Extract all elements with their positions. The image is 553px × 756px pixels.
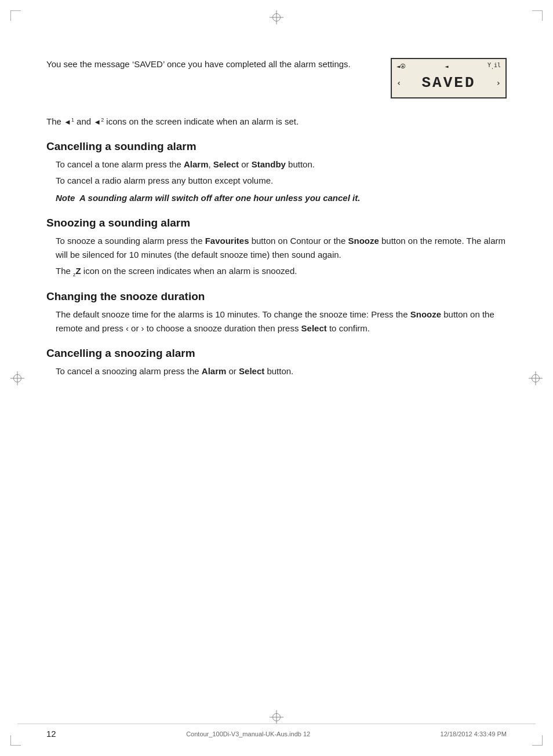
bottom-rule [17, 724, 536, 724]
speaker-icon: ◄ [445, 63, 448, 70]
display-saved-text: SAVED [401, 74, 496, 92]
footer-timestamp: 12/18/2012 4:33:49 PM [441, 731, 507, 737]
alarm-indicator-the: The [46, 116, 64, 126]
crosshair-bottom [270, 710, 283, 724]
note-cancelling-sounding: Note A sounding alarm will switch off af… [56, 191, 507, 205]
para-snooze-main: To snooze a sounding alarm press the Fav… [56, 234, 507, 262]
main-content: You see the message ‘SAVED’ once you hav… [46, 58, 507, 382]
para-change-snooze: The default snooze time for the alarms i… [56, 308, 507, 335]
body-cancelling-snoozing: To cancel a snoozing alarm press the Ala… [56, 364, 507, 378]
crosshair-top [270, 10, 283, 24]
footer-filename: Contour_100Di-V3_manual-UK-Aus.indb 12 [186, 731, 310, 737]
alarm-indicator-line: The ◄1 and ◄2 icons on the screen indica… [46, 115, 507, 129]
body-changing-snooze: The default snooze time for the alarms i… [56, 308, 507, 335]
body-snoozing-sounding: To snooze a sounding alarm press the Fav… [56, 234, 507, 279]
footer: 12 Contour_100Di-V3_manual-UK-Aus.indb 1… [0, 729, 553, 739]
body-cancelling-sounding: To cancel a tone alarm press the Alarm, … [56, 158, 507, 188]
para-snooze-icon: The zZ icon on the screen indicates when… [56, 264, 507, 279]
corner-mark-tr [532, 10, 543, 21]
display-main-row: ‹ SAVED › [396, 71, 501, 95]
section-snoozing-sounding: Snoozing a sounding alarm To snooze a so… [46, 217, 507, 279]
signal-icon: Y.il [487, 62, 501, 70]
para-cancel-tone: To cancel a tone alarm press the Alarm, … [56, 158, 507, 171]
volume-icon: ◄⦿ [396, 63, 406, 70]
display-arrow-right: › [496, 78, 501, 87]
intro-text: You see the message ‘SAVED’ once you hav… [46, 58, 373, 71]
alarm-indicator-rest: icons on the screen indicate when an ala… [106, 116, 299, 126]
display-icons-row: ◄⦿ ◄ Y.il [396, 61, 501, 71]
display-arrow-left: ‹ [396, 78, 401, 87]
corner-mark-tl [10, 10, 21, 21]
lcd-display: ◄⦿ ◄ Y.il ‹ SAVED › [391, 58, 507, 98]
crosshair-left [10, 371, 24, 385]
heading-snoozing-sounding: Snoozing a sounding alarm [46, 217, 507, 229]
para-cancel-radio: To cancel a radio alarm press any button… [56, 174, 507, 188]
section-cancelling-snoozing: Cancelling a snoozing alarm To cancel a … [46, 347, 507, 378]
alarm-indicator-and: and [77, 116, 93, 126]
heading-cancelling-sounding: Cancelling a sounding alarm [46, 140, 507, 153]
alarm-icon-2: ◄2 [93, 118, 104, 126]
section-cancelling-sounding: Cancelling a sounding alarm To cancel a … [46, 140, 507, 205]
page-number: 12 [46, 729, 56, 739]
intro-section: You see the message ‘SAVED’ once you hav… [46, 58, 507, 98]
alarm-icon-1: ◄1 [64, 118, 74, 126]
para-cancel-snoozing: To cancel a snoozing alarm press the Ala… [56, 364, 507, 378]
section-changing-snooze: Changing the snooze duration The default… [46, 290, 507, 335]
crosshair-right [529, 371, 543, 385]
heading-changing-snooze: Changing the snooze duration [46, 290, 507, 303]
heading-cancelling-snoozing: Cancelling a snoozing alarm [46, 347, 507, 360]
